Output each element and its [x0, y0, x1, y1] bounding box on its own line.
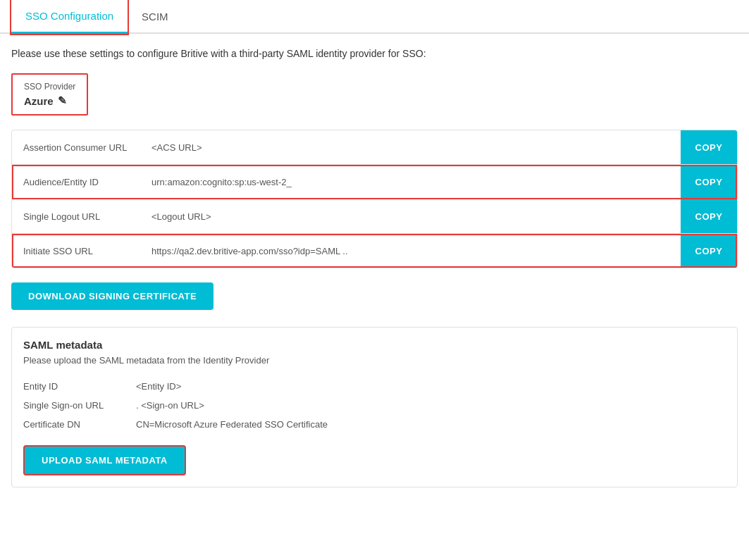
intro-description: Please use these settings to configure B… [11, 48, 738, 59]
audience-entity-id-value: urn:amazon:cognito:sp:us-west-2_ [146, 168, 681, 196]
acs-copy-button[interactable]: COPY [681, 130, 737, 164]
saml-metadata-description: Please upload the SAML metadata from the… [23, 355, 726, 366]
saml-metadata-title: SAML metadata [23, 339, 726, 351]
tab-scim[interactable]: SCIM [128, 0, 182, 32]
sign-on-url-field-label: Single Sign-on URL [23, 400, 136, 411]
entity-id-field-row: Entity ID <Entity ID> [23, 377, 726, 396]
initiate-copy-button[interactable]: COPY [681, 234, 737, 268]
entity-id-field-label: Entity ID [23, 381, 136, 392]
tab-sso-configuration[interactable]: SSO Configuration [11, 0, 128, 34]
acs-url-row: Assertion Consumer URL <ACS URL> COPY [12, 130, 737, 165]
audience-entity-id-label: Audience/Entity ID [12, 168, 146, 196]
logout-url-label: Single Logout URL [12, 203, 146, 230]
upload-saml-metadata-button[interactable]: UPLOAD SAML METADATA [23, 445, 186, 475]
saml-metadata-section: SAML metadata Please upload the SAML met… [11, 327, 738, 487]
logout-copy-button[interactable]: COPY [681, 199, 737, 233]
audience-copy-button[interactable]: COPY [681, 165, 737, 199]
sign-on-url-field-value: . <Sign-on URL> [136, 400, 204, 411]
page-container: SSO Configuration SCIM Please use these … [0, 0, 749, 560]
initiate-sso-url-label: Initiate SSO URL [12, 237, 146, 265]
sign-on-url-field-row: Single Sign-on URL . <Sign-on URL> [23, 396, 726, 415]
certificate-dn-field-value: CN=Microsoft Azure Federated SSO Certifi… [136, 419, 328, 430]
saml-fields: Entity ID <Entity ID> Single Sign-on URL… [23, 377, 726, 434]
sso-provider-label: SSO Provider [24, 82, 75, 92]
initiate-sso-url-row: Initiate SSO URL https://qa2.dev.britive… [12, 234, 737, 268]
download-signing-certificate-button[interactable]: DOWNLOAD SIGNING CERTIFICATE [11, 282, 213, 310]
entity-id-field-value: <Entity ID> [136, 381, 181, 392]
sso-provider-box: SSO Provider Azure ✎ [11, 73, 88, 116]
sso-provider-name: Azure [24, 95, 54, 107]
audience-entity-id-row: Audience/Entity ID urn:amazon:cognito:sp… [12, 165, 737, 199]
url-rows-container: Assertion Consumer URL <ACS URL> COPY Au… [11, 130, 738, 268]
certificate-dn-field-label: Certificate DN [23, 419, 136, 430]
certificate-dn-field-row: Certificate DN CN=Microsoft Azure Federa… [23, 415, 726, 434]
initiate-sso-url-value: https://qa2.dev.britive-app.com/sso?idp=… [146, 237, 681, 265]
logout-url-value: <Logout URL> [146, 203, 681, 230]
acs-url-label: Assertion Consumer URL [12, 134, 146, 161]
acs-url-value: <ACS URL> [146, 134, 681, 161]
edit-icon[interactable]: ✎ [58, 94, 67, 107]
logout-url-row: Single Logout URL <Logout URL> COPY [12, 199, 737, 234]
tabs-bar: SSO Configuration SCIM [0, 0, 749, 34]
main-content: Please use these settings to configure B… [0, 34, 749, 502]
sso-provider-value: Azure ✎ [24, 94, 75, 107]
